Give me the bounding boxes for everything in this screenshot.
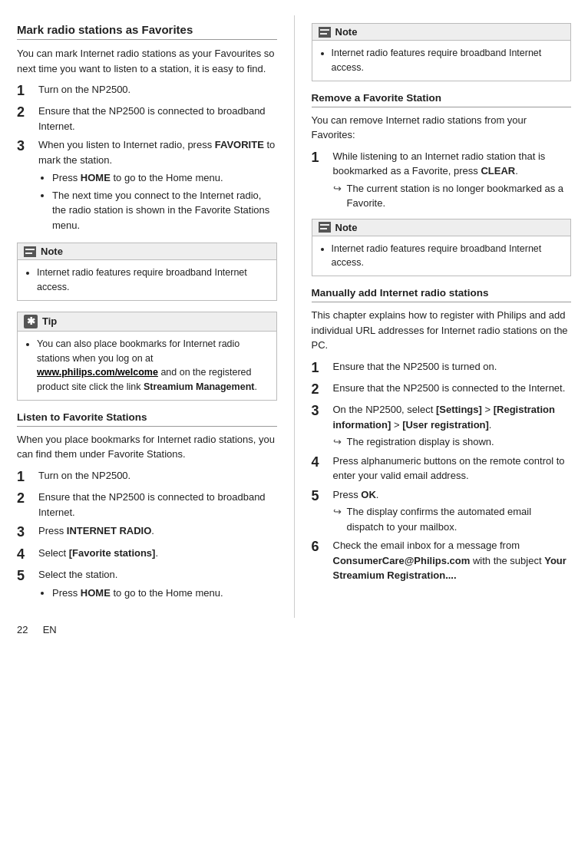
step-num: 1 [312, 359, 329, 377]
section3-title: Remove a Favorite Station [312, 92, 572, 107]
note-body-3: Internet radio features require broadban… [312, 236, 571, 276]
note-box-1: Note Internet radio features require bro… [17, 243, 277, 301]
step-4-1: 1 Ensure that the NP2500 is turned on. [312, 359, 572, 377]
step-4-2: 2 Ensure that the NP2500 is connected to… [312, 381, 572, 398]
step-num: 1 [312, 149, 329, 211]
step-content: When you listen to Internet radio, press… [38, 137, 277, 235]
section1-title: Mark radio stations as Favorites [17, 23, 277, 40]
note-icon-1 [24, 246, 36, 257]
step-num: 2 [312, 381, 329, 398]
page-footer: 22 EN [0, 618, 588, 642]
step-num: 2 [17, 490, 34, 520]
section2-intro: When you place bookmarks for Internet ra… [17, 432, 277, 462]
step-num: 3 [17, 137, 34, 235]
arrow-symbol: ↪ [333, 504, 347, 534]
note-label-2: Note [335, 26, 358, 38]
page-number: 22 [17, 624, 28, 635]
step-content: Ensure that the NP2500 is connected to b… [38, 104, 277, 134]
step-2-5: 5 Select the station. Press HOME to go t… [17, 567, 277, 602]
step-num: 1 [17, 82, 34, 100]
note-label-3: Note [335, 222, 358, 233]
step-2-1: 1 Turn on the NP2500. [17, 468, 277, 486]
note-body-2: Internet radio features require broadban… [312, 41, 571, 81]
step-num: 3 [17, 523, 34, 541]
step-content: Press alphanumeric buttons on the remote… [333, 454, 572, 484]
tip-link[interactable]: www.philips.com/welcome [37, 367, 158, 378]
note-icon-3 [319, 222, 331, 233]
note-header-2: Note [312, 24, 571, 41]
arrow-result: ↪ The registration display is shown. [333, 434, 572, 450]
step-content: Ensure that the NP2500 is connected to b… [38, 490, 277, 520]
arrow-text: The current station is no longer bookmar… [347, 181, 572, 211]
note-item: Internet radio features require broadban… [37, 266, 269, 295]
arrow-symbol: ↪ [333, 181, 347, 211]
step-4-4: 4 Press alphanumeric buttons on the remo… [312, 454, 572, 484]
step-num: 2 [17, 104, 34, 134]
step-content: While listening to an Internet radio sta… [333, 149, 572, 211]
arrow-text: The display confirms the automated email… [347, 504, 572, 534]
step-num: 5 [312, 487, 329, 535]
step-content: Press INTERNET RADIO. [38, 523, 277, 541]
step-2-2: 2 Ensure that the NP2500 is connected to… [17, 490, 277, 520]
section2-title: Listen to Favorite Stations [17, 411, 277, 427]
footer-lang: EN [43, 624, 57, 635]
note-item: Internet radio features require broadban… [332, 46, 563, 75]
step-content: Turn on the NP2500. [38, 82, 277, 100]
step-content: On the NP2500, select [Settings] > [Regi… [333, 402, 572, 450]
step-content: Turn on the NP2500. [38, 468, 277, 486]
step-content: Select the station. Press HOME to go to … [38, 567, 277, 602]
section4-steps: 1 Ensure that the NP2500 is turned on. 2… [312, 359, 572, 583]
note-header-3: Note [312, 219, 571, 236]
tip-header-1: ✱ Tip [18, 312, 276, 332]
tip-body-1: You can also place bookmarks for Interne… [18, 332, 276, 400]
step-num: 4 [17, 546, 34, 563]
step-num: 5 [17, 567, 34, 602]
step-2-4: 4 Select [Favorite stations]. [17, 546, 277, 563]
section3-steps: 1 While listening to an Internet radio s… [312, 149, 572, 211]
note-box-3: Note Internet radio features require bro… [312, 219, 572, 277]
tip-box-1: ✱ Tip You can also place bookmarks for I… [17, 312, 277, 401]
arrow-result: ↪ The current station is no longer bookm… [333, 181, 572, 211]
section1-intro: You can mark Internet radio stations as … [17, 46, 277, 76]
step-3-1: 1 While listening to an Internet radio s… [312, 149, 572, 211]
step-1-2: 2 Ensure that the NP2500 is connected to… [17, 104, 277, 134]
sub-item: Press HOME to go to the Home menu. [52, 586, 277, 601]
tip-icon-1: ✱ [24, 315, 38, 328]
section2-steps: 1 Turn on the NP2500. 2 Ensure that the … [17, 468, 277, 602]
tip-label-1: Tip [42, 315, 57, 327]
section1-steps: 1 Turn on the NP2500. 2 Ensure that the … [17, 82, 277, 235]
sub-item: Press HOME to go to the Home menu. [52, 170, 277, 186]
tip-item: You can also place bookmarks for Interne… [37, 337, 269, 394]
arrow-result: ↪ The display confirms the automated ema… [333, 504, 572, 534]
step-num: 1 [17, 468, 34, 486]
sub-item: The next time you connect to the Interne… [52, 188, 277, 233]
section4-title: Manually add Internet radio stations [312, 287, 572, 302]
step-4-3: 3 On the NP2500, select [Settings] > [Re… [312, 402, 572, 450]
step-4-5: 5 Press OK. ↪ The display confirms the a… [312, 487, 572, 535]
sub-list: Press HOME to go to the Home menu. [38, 586, 277, 601]
note-item: Internet radio features require broadban… [332, 242, 563, 271]
step-content: Ensure that the NP2500 is connected to t… [333, 381, 572, 398]
step-num: 6 [312, 538, 329, 583]
step-2-3: 3 Press INTERNET RADIO. [17, 523, 277, 541]
step-content: Check the email inbox for a message from… [333, 538, 572, 583]
note-box-2: Note Internet radio features require bro… [312, 23, 572, 81]
step-num: 3 [312, 402, 329, 450]
step-num: 4 [312, 454, 329, 484]
step-content: Press OK. ↪ The display confirms the aut… [333, 487, 572, 535]
footer-separator [32, 624, 38, 635]
step-1-3: 3 When you listen to Internet radio, pre… [17, 137, 277, 235]
section3-intro: You can remove Internet radio stations f… [312, 113, 572, 143]
arrow-symbol: ↪ [333, 434, 347, 450]
step-content: Ensure that the NP2500 is turned on. [333, 359, 572, 377]
note-body-1: Internet radio features require broadban… [18, 260, 276, 300]
note-label-1: Note [41, 246, 63, 257]
section4-intro: This chapter explains how to register wi… [312, 308, 572, 353]
step-1-1: 1 Turn on the NP2500. [17, 82, 277, 100]
sub-list: Press HOME to go to the Home menu. The n… [38, 170, 277, 233]
note-icon-2 [319, 27, 331, 38]
arrow-text: The registration display is shown. [347, 434, 494, 450]
note-header-1: Note [18, 243, 276, 260]
step-4-6: 6 Check the email inbox for a message fr… [312, 538, 572, 583]
step-content: Select [Favorite stations]. [38, 546, 277, 563]
